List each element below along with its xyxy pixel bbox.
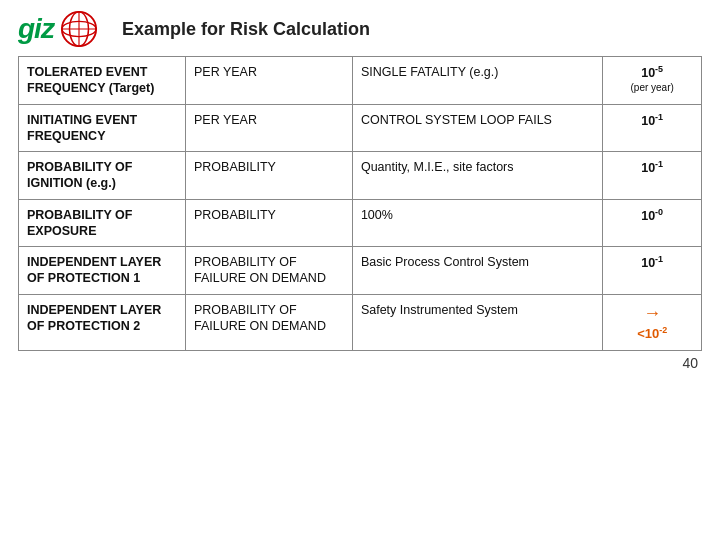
row-label: PROBABILITY OF EXPOSURE (19, 199, 186, 247)
row-value: 10-1 (603, 247, 702, 295)
row-label: INITIATING EVENT FREQUENCY (19, 104, 186, 152)
giz-logo: giz (18, 10, 108, 48)
table-row: INDEPENDENT LAYER OF PROTECTION 2PROBABI… (19, 294, 702, 351)
table-row: INDEPENDENT LAYER OF PROTECTION 1PROBABI… (19, 247, 702, 295)
row-unit: PROBABILITY OF FAILURE ON DEMAND (185, 294, 352, 351)
table-row: PROBABILITY OF EXPOSUREPROBABILITY100%10… (19, 199, 702, 247)
row-desc: Quantity, M.I.E., site factors (352, 152, 602, 200)
table-row: INITIATING EVENT FREQUENCYPER YEARCONTRO… (19, 104, 702, 152)
table-row: PROBABILITY OF IGNITION (e.g.)PROBABILIT… (19, 152, 702, 200)
row-desc: Safety Instrumented System (352, 294, 602, 351)
page-header: giz Example for Risk Calculation (0, 0, 720, 56)
row-value: 10-1 (603, 152, 702, 200)
risk-calculation-table: TOLERATED EVENT FREQUENCY (Target)PER YE… (18, 56, 702, 351)
arrow-icon: → (643, 303, 661, 323)
row-desc: SINGLE FATALITY (e.g.) (352, 57, 602, 105)
row-label: TOLERATED EVENT FREQUENCY (Target) (19, 57, 186, 105)
row-label: INDEPENDENT LAYER OF PROTECTION 2 (19, 294, 186, 351)
row-label: INDEPENDENT LAYER OF PROTECTION 1 (19, 247, 186, 295)
row-value-text: 10-5 (641, 66, 663, 80)
giz-globe-icon (60, 10, 98, 48)
row-value-text: 10-1 (641, 114, 663, 128)
row-desc: 100% (352, 199, 602, 247)
row-value-orange: <10-2 (637, 326, 667, 341)
row-unit: PER YEAR (185, 104, 352, 152)
row-unit: PROBABILITY (185, 199, 352, 247)
row-label: PROBABILITY OF IGNITION (e.g.) (19, 152, 186, 200)
table-row: TOLERATED EVENT FREQUENCY (Target)PER YE… (19, 57, 702, 105)
row-value: 10-0 (603, 199, 702, 247)
giz-logo-text: giz (18, 13, 54, 45)
page-number: 40 (0, 351, 720, 371)
row-value-text: 10-1 (641, 256, 663, 270)
row-value: 10-5(per year) (603, 57, 702, 105)
risk-table-container: TOLERATED EVENT FREQUENCY (Target)PER YE… (0, 56, 720, 351)
row-desc: CONTROL SYSTEM LOOP FAILS (352, 104, 602, 152)
row-unit: PROBABILITY OF FAILURE ON DEMAND (185, 247, 352, 295)
row-value-text: 10-1 (641, 161, 663, 175)
row-unit: PER YEAR (185, 57, 352, 105)
row-value: 10-1 (603, 104, 702, 152)
row-desc: Basic Process Control System (352, 247, 602, 295)
row-value: → <10-2 (603, 294, 702, 351)
page-title: Example for Risk Calculation (122, 19, 370, 40)
row-value-note: (per year) (611, 81, 693, 94)
row-unit: PROBABILITY (185, 152, 352, 200)
row-value-text: 10-0 (641, 209, 663, 223)
